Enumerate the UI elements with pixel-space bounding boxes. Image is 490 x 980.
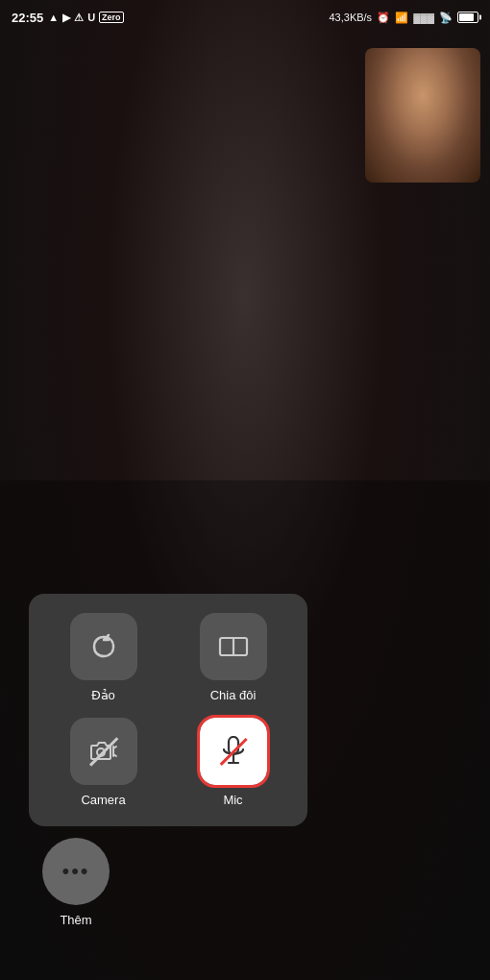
camera-label: Camera (81, 793, 125, 807)
status-bar: 22:55 ▲ ▶ ⚠ U Zero 43,3KB/s ⏰ 📶 ▓▓▓ 📡 (0, 0, 490, 35)
split-label: Chia đôi (210, 688, 257, 702)
status-icons: ▲ ▶ ⚠ U Zero (48, 12, 123, 24)
time-display: 22:55 (12, 11, 43, 25)
menu-popup: Đảo Chia đôi Camera (29, 594, 307, 826)
remote-video-face (365, 48, 480, 183)
usb-icon: U (87, 12, 95, 23)
more-label: Thêm (60, 913, 91, 927)
menu-item-rotate[interactable]: Đảo (48, 613, 159, 702)
rotate-label: Đảo (91, 688, 115, 702)
battery-tip (479, 15, 481, 20)
camera-button[interactable] (70, 718, 137, 785)
notification-icon: ▲ (48, 12, 59, 23)
status-right: 43,3KB/s ⏰ 📶 ▓▓▓ 📡 (329, 12, 478, 24)
mic-label: Mic (223, 793, 242, 807)
remote-video-thumbnail (365, 48, 480, 183)
signal-icon-1: 📶 (395, 12, 408, 24)
battery-icon (457, 12, 478, 23)
mic-button[interactable] (200, 718, 267, 785)
battery-fill (459, 13, 474, 21)
camera-slash-container (88, 736, 119, 767)
mic-slash-container (218, 736, 249, 767)
more-button[interactable]: ••• (42, 838, 110, 905)
rotate-icon (89, 632, 118, 661)
zero-icon: Zero (99, 12, 124, 23)
signal-icon-2: ▓▓▓ (413, 12, 434, 23)
menu-item-camera[interactable]: Camera (48, 718, 159, 807)
alarm-icon: ⏰ (377, 12, 390, 24)
warning-icon: ⚠ (74, 12, 84, 24)
menu-item-split[interactable]: Chia đôi (178, 613, 288, 702)
media-icon: ▶ (62, 12, 70, 24)
more-button-wrap[interactable]: ••• Thêm (42, 838, 110, 927)
split-icon (218, 636, 249, 657)
rotate-button[interactable] (70, 613, 137, 680)
more-dots-icon: ••• (61, 859, 89, 884)
status-left: 22:55 ▲ ▶ ⚠ U Zero (12, 11, 124, 25)
split-button[interactable] (200, 613, 267, 680)
menu-item-mic[interactable]: Mic (178, 718, 288, 807)
network-speed: 43,3KB/s (329, 12, 372, 23)
wifi-icon: 📡 (439, 12, 453, 24)
